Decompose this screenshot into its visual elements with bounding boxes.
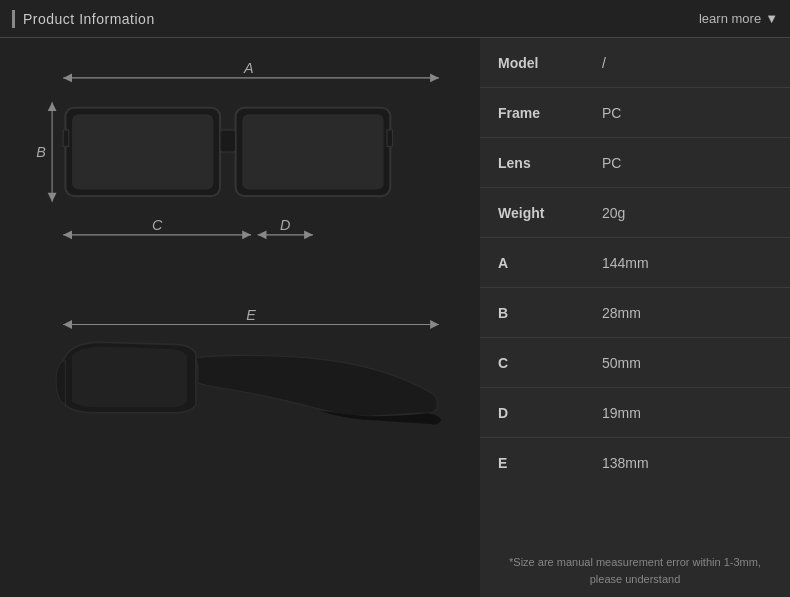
front-diagram-svg: A B xyxy=(30,58,450,279)
svg-marker-2 xyxy=(430,73,439,82)
spec-value-e: 138mm xyxy=(590,455,790,471)
right-panel: Model / Frame PC Lens PC Weight 20g A xyxy=(480,38,790,597)
svg-marker-6 xyxy=(48,193,57,202)
spec-row-weight: Weight 20g xyxy=(480,188,790,238)
main-content: A B xyxy=(0,38,790,597)
spec-key-b: B xyxy=(480,305,590,321)
svg-rect-14 xyxy=(387,130,393,147)
spec-row-c: C 50mm xyxy=(480,338,790,388)
spec-row-frame: Frame PC xyxy=(480,88,790,138)
header-title-area: Product Information xyxy=(12,10,155,28)
spec-key-weight: Weight xyxy=(480,205,590,221)
spec-key-a: A xyxy=(480,255,590,271)
spec-value-weight: 20g xyxy=(590,205,790,221)
svg-marker-17 xyxy=(242,230,251,239)
svg-rect-13 xyxy=(63,130,69,147)
svg-text:D: D xyxy=(280,217,290,233)
spec-row-a: A 144mm xyxy=(480,238,790,288)
svg-marker-1 xyxy=(63,73,72,82)
learn-more-button[interactable]: learn more ▼ xyxy=(699,11,778,26)
svg-marker-21 xyxy=(304,230,313,239)
spec-row-d: D 19mm xyxy=(480,388,790,438)
spec-note: *Size are manual measurement error withi… xyxy=(480,544,790,597)
svg-text:B: B xyxy=(36,144,46,160)
spec-row-b: B 28mm xyxy=(480,288,790,338)
diagram-front: A B xyxy=(30,58,450,279)
spec-row-lens: Lens PC xyxy=(480,138,790,188)
spec-value-lens: PC xyxy=(590,155,790,171)
svg-text:C: C xyxy=(152,217,163,233)
svg-marker-16 xyxy=(63,230,72,239)
dropdown-icon: ▼ xyxy=(765,11,778,26)
left-panel: A B xyxy=(0,38,480,597)
svg-rect-12 xyxy=(220,130,235,152)
header-bar-decoration xyxy=(12,10,15,28)
spec-table: Model / Frame PC Lens PC Weight 20g A xyxy=(480,38,790,544)
spec-key-e: E xyxy=(480,455,590,471)
spec-value-b: 28mm xyxy=(590,305,790,321)
svg-marker-20 xyxy=(258,230,267,239)
spec-row-e: E 138mm xyxy=(480,438,790,488)
svg-marker-25 xyxy=(430,320,439,329)
spec-key-d: D xyxy=(480,405,590,421)
spec-value-d: 19mm xyxy=(590,405,790,421)
svg-rect-11 xyxy=(242,114,383,189)
spec-value-model: / xyxy=(590,55,790,71)
side-diagram-svg: E xyxy=(30,309,450,513)
svg-rect-9 xyxy=(72,114,213,189)
learn-more-label: learn more xyxy=(699,11,761,26)
svg-text:A: A xyxy=(243,60,254,76)
spec-key-lens: Lens xyxy=(480,155,590,171)
page-wrapper: Product Information learn more ▼ A xyxy=(0,0,790,597)
diagram-side: E xyxy=(30,309,450,513)
spec-value-a: 144mm xyxy=(590,255,790,271)
svg-marker-5 xyxy=(48,102,57,111)
spec-value-frame: PC xyxy=(590,105,790,121)
svg-marker-24 xyxy=(63,320,72,329)
spec-value-c: 50mm xyxy=(590,355,790,371)
svg-text:E: E xyxy=(246,309,256,323)
spec-row-model: Model / xyxy=(480,38,790,88)
spec-key-frame: Frame xyxy=(480,105,590,121)
spec-key-model: Model xyxy=(480,55,590,71)
header: Product Information learn more ▼ xyxy=(0,0,790,38)
spec-key-c: C xyxy=(480,355,590,371)
page-title: Product Information xyxy=(23,11,155,27)
